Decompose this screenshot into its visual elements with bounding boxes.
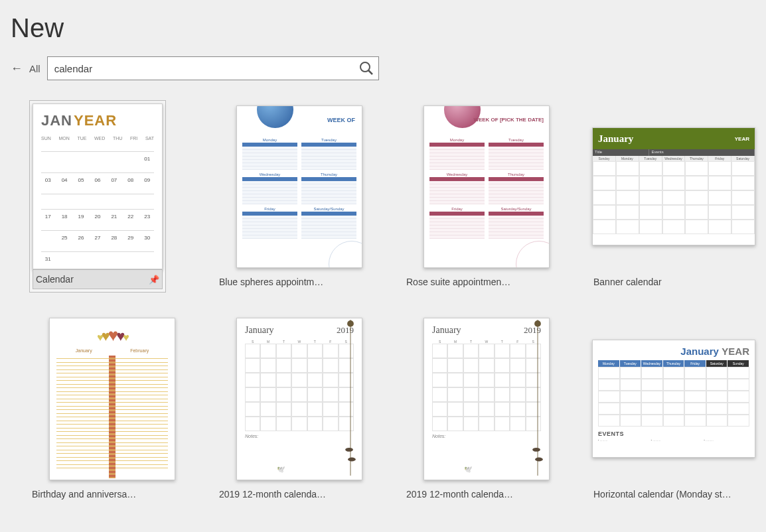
thumb-weekof: WEEK OF [PICK THE DATE]	[473, 117, 544, 123]
corner-sphere-icon	[329, 241, 362, 268]
thumb-notes: Notes:	[432, 434, 541, 438]
sphere-icon	[257, 105, 293, 128]
template-thumb: WEEK OF MondayTuesdayWednesdayThursdayFr…	[236, 105, 362, 268]
svg-line-1	[368, 70, 372, 74]
template-item-blue-spheres[interactable]: WEEK OF MondayTuesdayWednesdayThursdayFr…	[216, 100, 396, 293]
back-all-label[interactable]: All	[29, 63, 40, 74]
svg-point-3	[347, 320, 354, 326]
template-caption: Banner calendar	[593, 277, 728, 287]
corner-sphere-icon	[516, 241, 550, 268]
thumb-month: January	[432, 325, 461, 336]
thumb-events: EVENTS	[598, 431, 749, 437]
template-item-horizontal[interactable]: January YEAR MondayTuesdayWednesdayThurs…	[591, 312, 766, 503]
template-caption: 2019 12-month calenda…	[406, 489, 540, 499]
svg-point-5	[348, 457, 356, 461]
template-caption: 2019 12-month calenda…	[219, 489, 353, 499]
svg-point-0	[360, 62, 370, 72]
svg-point-4	[345, 447, 353, 451]
svg-point-8	[532, 447, 540, 451]
flower-stalk-icon	[343, 320, 358, 476]
bird-icon: 🕊️	[464, 466, 472, 473]
back-arrow-icon[interactable]: ←	[11, 62, 23, 76]
template-thumb: January 2019 SMTWTFS Notes: 🕊️	[236, 318, 362, 480]
flower-stalk-icon	[530, 320, 545, 476]
template-item-2019-a[interactable]: January 2019 SMTWTFS Notes: 🕊️ 2019 12-m…	[216, 312, 396, 503]
svg-point-9	[535, 457, 543, 461]
thumb-sub-events: Events	[649, 149, 755, 156]
thumb-month: January	[680, 346, 719, 357]
template-item-birthday[interactable]: ♥♥♥♥♥ January February Birthday and anni…	[29, 312, 208, 503]
template-thumb: WEEK OF [PICK THE DATE] MondayTuesdayWed…	[423, 105, 550, 268]
template-item-calendar[interactable]: JAN YEAR SUNMONTUEWEDTHUFRISAT 010304050…	[29, 100, 208, 293]
hearts-icon: ♥♥♥♥♥	[56, 325, 168, 346]
thumb-month: January	[245, 325, 274, 336]
template-caption: Calendar	[36, 274, 149, 285]
template-thumb: ♥♥♥♥♥ January February	[49, 318, 175, 480]
search-icon[interactable]	[358, 60, 374, 76]
template-caption: Rose suite appointmen…	[406, 277, 540, 287]
template-item-rose-suite[interactable]: WEEK OF [PICK THE DATE] MondayTuesdayWed…	[404, 100, 583, 293]
template-caption: Birthday and anniversa…	[32, 489, 166, 499]
thumb-col-feb: February	[130, 348, 149, 353]
template-item-2019-b[interactable]: January 2019 SMTWTFS Notes: 🕊️ 2019 12-m…	[404, 312, 583, 503]
template-caption: Horizontal calendar (Monday st…	[593, 489, 751, 499]
bird-icon: 🕊️	[277, 466, 285, 473]
search-input[interactable]	[54, 63, 358, 74]
thumb-sub-title: Title	[593, 149, 649, 156]
template-grid: JAN YEAR SUNMONTUEWEDTHUFRISAT 010304050…	[0, 100, 766, 503]
thumb-jan-text: JAN	[41, 112, 72, 129]
template-thumb: January YEAR MondayTuesdayWednesdayThurs…	[592, 340, 755, 458]
page-title: New	[0, 0, 766, 56]
template-thumb: JAN YEAR SUNMONTUEWEDTHUFRISAT 010304050…	[33, 103, 163, 269]
center-strip-icon	[109, 356, 115, 478]
svg-point-7	[534, 320, 541, 326]
search-row: ← All	[0, 56, 766, 80]
thumb-weekof: WEEK OF	[327, 117, 355, 123]
template-thumb: January YEAR Title Events SundayMondayTu…	[592, 127, 755, 245]
thumb-year-text: YEAR	[74, 112, 117, 129]
template-thumb: January 2019 SMTWTFS Notes: 🕊️	[423, 318, 550, 480]
template-item-banner-calendar[interactable]: January YEAR Title Events SundayMondayTu…	[591, 100, 766, 293]
pin-icon[interactable]: 📌	[149, 275, 159, 285]
template-caption: Blue spheres appointm…	[219, 277, 353, 287]
thumb-col-jan: January	[76, 348, 92, 353]
thumb-notes: Notes:	[245, 434, 354, 438]
thumb-month: January	[598, 133, 633, 145]
search-box[interactable]	[47, 56, 379, 80]
thumb-year: YEAR	[735, 136, 749, 142]
thumb-year: YEAR	[722, 346, 749, 357]
